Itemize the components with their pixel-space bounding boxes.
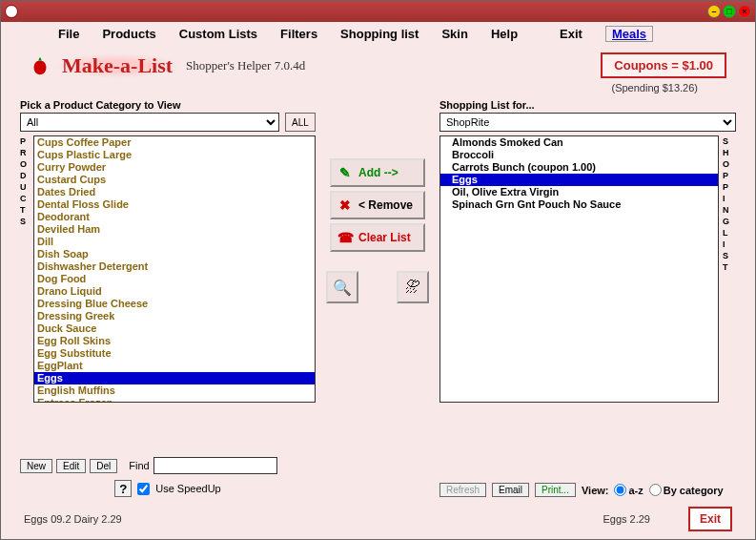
list-item[interactable]: Eggs — [34, 372, 315, 384]
pencil-icon: ✎ — [336, 163, 355, 182]
list-item[interactable]: EggPlant — [34, 360, 315, 372]
menu-meals[interactable]: Meals — [605, 26, 653, 42]
logo-text: Make-a-List — [54, 53, 180, 78]
menu-file[interactable]: File — [58, 27, 79, 41]
list-item[interactable]: Duck Sauce — [34, 322, 315, 335]
category-label: Pick a Product Category to View — [20, 99, 316, 111]
menu-help[interactable]: Help — [491, 27, 518, 41]
menu-products[interactable]: Products — [102, 27, 155, 41]
list-item[interactable]: Dates Dried — [34, 186, 315, 198]
right-status: Eggs 2.29 — [603, 513, 650, 525]
speedup-checkbox[interactable] — [137, 483, 150, 495]
left-status: Eggs 09.2 Dairy 2.29 — [24, 513, 122, 525]
list-item[interactable]: Oil, Olive Extra Virgin — [440, 186, 718, 198]
list-item[interactable]: Dishwasher Detergent — [34, 260, 315, 273]
coupons-button[interactable]: Coupons = $1.00 — [601, 52, 726, 78]
shopping-vertical-label: SHOPPINGLIST — [723, 135, 736, 479]
titlebar: – □ × — [1, 1, 755, 22]
apple-icon — [30, 55, 51, 76]
list-item[interactable]: Dental Floss Glide — [34, 198, 315, 211]
list-item[interactable]: Eggs — [440, 174, 718, 186]
products-vertical-label: PRODUCTS — [20, 135, 33, 453]
list-item[interactable]: Egg Substitute — [34, 347, 315, 360]
list-item[interactable]: Deodorant — [34, 211, 315, 223]
del-button[interactable]: Del — [90, 459, 117, 473]
left-panel: Pick a Product Category to View All ALL … — [20, 99, 316, 497]
list-item[interactable]: Egg Roll Skins — [34, 335, 315, 347]
new-button[interactable]: New — [20, 459, 52, 473]
tagline: Shopper's Helper 7.0.4d — [186, 58, 305, 73]
all-button[interactable]: ALL — [285, 113, 316, 132]
main-area: Pick a Product Category to View All ALL … — [1, 93, 755, 503]
menu-skin[interactable]: Skin — [441, 27, 467, 41]
add-button[interactable]: ✎ Add --> — [330, 158, 425, 187]
list-item[interactable]: Almonds Smoked Can — [440, 136, 718, 149]
help-button[interactable]: ? — [114, 480, 132, 497]
menu-shopping-list[interactable]: Shopping list — [340, 27, 419, 41]
list-item[interactable]: Spinach Grn Gnt Pouch No Sauce — [440, 198, 718, 211]
view-category-radio[interactable]: By category — [649, 484, 724, 496]
edit-button[interactable]: Edit — [56, 459, 86, 473]
list-item[interactable]: Deviled Ham — [34, 223, 315, 236]
email-button[interactable]: Email — [492, 483, 529, 497]
list-item[interactable]: Dill — [34, 236, 315, 248]
list-item[interactable]: Custard Cups — [34, 174, 315, 186]
storm-button[interactable]: ⛈ — [397, 271, 429, 303]
phone-icon: ☎ — [336, 228, 355, 247]
magnifier-icon: 🔍 — [333, 279, 352, 297]
close-button[interactable]: × — [738, 5, 751, 18]
list-item[interactable]: Cups Plastic Large — [34, 149, 315, 161]
find-label: Find — [129, 460, 149, 471]
remove-button[interactable]: ✖ < Remove — [330, 191, 425, 219]
view-az-radio[interactable]: a-z — [614, 484, 643, 496]
header: Make-a-List Shopper's Helper 7.0.4d Coup… — [1, 45, 755, 82]
category-select[interactable]: All — [20, 113, 279, 132]
speedup-label: Use SpeedUp — [155, 483, 221, 494]
list-item[interactable]: Drano Liquid — [34, 285, 315, 298]
list-item[interactable]: English Muffins — [34, 384, 315, 397]
exit-button[interactable]: Exit — [688, 507, 732, 531]
list-item[interactable]: Dish Soap — [34, 248, 315, 260]
list-item[interactable]: Cups Coffee Paper — [34, 136, 315, 149]
products-listbox[interactable]: Cups Coffee PaperCups Plastic LargeCurry… — [33, 135, 316, 403]
clear-button[interactable]: ☎ Clear List — [330, 223, 425, 252]
minimize-button[interactable]: – — [707, 5, 721, 18]
remove-label: < Remove — [358, 198, 413, 212]
shopping-list-label: Shopping List for... — [439, 99, 736, 111]
view-label: View: — [582, 485, 609, 496]
print-button[interactable]: Print... — [535, 483, 576, 497]
list-item[interactable]: Dressing Greek — [34, 310, 315, 322]
right-panel: Shopping List for... ShopRite Almonds Sm… — [439, 99, 736, 497]
cloud-lightning-icon: ⛈ — [405, 279, 420, 296]
maximize-button[interactable]: □ — [723, 5, 736, 18]
refresh-button[interactable]: Refresh — [439, 483, 486, 497]
search-button[interactable]: 🔍 — [326, 271, 358, 303]
menu-filters[interactable]: Filters — [280, 27, 317, 41]
clear-label: Clear List — [358, 231, 411, 244]
middle-panel: ✎ Add --> ✖ < Remove ☎ Clear List 🔍 ⛈ — [325, 99, 430, 497]
list-item[interactable]: Dressing Blue Cheese — [34, 298, 315, 310]
find-input[interactable] — [153, 457, 277, 474]
menubar: File Products Custom Lists Filters Shopp… — [1, 22, 755, 45]
footer: Eggs 09.2 Dairy 2.29 Eggs 2.29 Exit — [1, 503, 755, 539]
add-label: Add --> — [358, 166, 398, 179]
app-window: – □ × File Products Custom Lists Filters… — [0, 0, 756, 540]
spending-label: (Spending $13.26) — [1, 82, 755, 93]
store-select[interactable]: ShopRite — [439, 113, 736, 132]
x-circle-icon: ✖ — [336, 196, 355, 215]
app-icon — [5, 5, 18, 18]
list-item[interactable]: Curry Powder — [34, 161, 315, 174]
list-item[interactable]: Carrots Bunch (coupon 1.00) — [440, 161, 718, 174]
list-item[interactable]: Dog Food — [34, 273, 315, 285]
list-item[interactable]: Broccoli — [440, 149, 718, 161]
menu-custom-lists[interactable]: Custom Lists — [179, 27, 257, 41]
menu-exit[interactable]: Exit — [560, 27, 582, 41]
shopping-listbox[interactable]: Almonds Smoked CanBroccoliCarrots Bunch … — [439, 135, 719, 403]
list-item[interactable]: Entrees Frozen — [34, 397, 315, 403]
